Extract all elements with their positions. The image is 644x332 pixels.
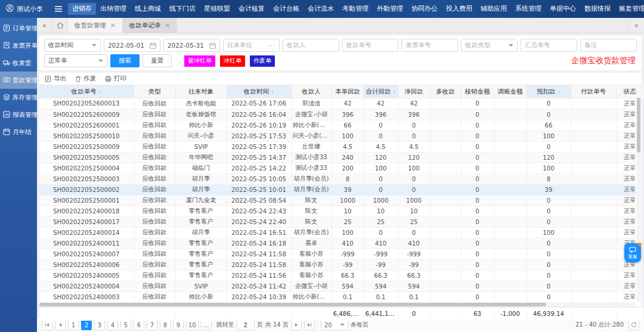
column-header-4[interactable]: 收款时间› (227, 85, 291, 98)
sidebar-item-6[interactable]: 报表管理 (0, 106, 37, 123)
page-button-6[interactable]: 6 (134, 319, 144, 330)
user-menu[interactable]: 测试小李 (6, 4, 49, 14)
column-header-5[interactable]: 收款人 (291, 85, 332, 98)
export-button[interactable]: 导出 (45, 75, 66, 83)
ellipsis-icon[interactable]: ··· (268, 42, 275, 49)
filter-field-10[interactable]: 备注 (580, 39, 637, 52)
horizontal-scrollbar[interactable] (39, 302, 636, 307)
sidebar-item-7[interactable]: 月年结 (0, 123, 37, 141)
table-row-13[interactable]: SH002022052400014应收回款胡月季2022-05-24 16:51… (39, 227, 636, 238)
page-button-10[interactable]: 10 (186, 319, 199, 330)
table-row-10[interactable]: SH002022052500001应收回款厦门九金龙2022-05-25 08:… (39, 195, 636, 206)
close-icon[interactable]: × (165, 21, 170, 29)
page-button-3[interactable]: 3 (94, 319, 105, 330)
table-row-17[interactable]: SH002022052400005应收回款零售客户2022-05-24 11:5… (39, 270, 636, 281)
column-header-11[interactable]: 调账金额 (494, 85, 527, 98)
jump-page-input[interactable] (237, 319, 255, 330)
table-row-12[interactable]: SH002022052400017应收回款零售客户2022-05-24 22:4… (39, 216, 636, 227)
reset-button[interactable]: 重置 (143, 54, 172, 67)
menu-item-12[interactable]: 投入费用 (442, 3, 476, 15)
menu-item-2[interactable]: 出纳管理 (96, 3, 131, 15)
sidebar-item-5[interactable]: 库存管理 (0, 89, 37, 106)
page-button-1[interactable]: 1 (68, 319, 79, 330)
filter-field-4[interactable]: 往来单位··· (223, 39, 280, 52)
filter-field-5[interactable]: 收款人 (283, 39, 339, 52)
menu-item-11[interactable]: 协同办公 (407, 3, 442, 15)
vertical-scrollbar[interactable] (636, 98, 641, 302)
vscroll-thumb[interactable] (637, 98, 640, 153)
menu-item-1[interactable]: 进销存 (68, 3, 96, 15)
table-row-11[interactable]: SH002022052400018应收回款零售客户2022-05-24 22:4… (39, 206, 636, 216)
sidebar-item-3[interactable]: 收发货 (0, 54, 37, 72)
column-header-8[interactable]: 净回款 (398, 85, 430, 98)
column-header-14[interactable]: 状态 (616, 85, 643, 98)
page-button-2[interactable]: 2 (81, 319, 92, 330)
column-header-6[interactable]: 本单回款 (332, 85, 364, 98)
menu-item-15[interactable]: 单据中心 (546, 3, 580, 15)
column-header-13[interactable]: 付款单号 (571, 85, 616, 98)
filter-field-3[interactable]: 2022-05-31 (163, 39, 220, 52)
filter-field-7[interactable]: 发票单号 (401, 39, 458, 52)
menu-item-17[interactable]: 账套管理 (615, 3, 644, 15)
column-header-2[interactable]: 类型 (134, 85, 175, 98)
menu-item-10[interactable]: 外勤管理 (373, 3, 407, 15)
column-header-10[interactable]: 核销金额 (461, 85, 494, 98)
last-page-button[interactable] (304, 319, 315, 330)
menu-item-5[interactable]: 星链联盟 (200, 3, 234, 15)
menu-item-9[interactable]: 考勤管理 (338, 3, 373, 15)
column-header-9[interactable]: 多收款 (430, 85, 461, 98)
filter-field-6[interactable]: 收款单号 (342, 39, 399, 52)
table-row-14[interactable]: SH002022052400011应收回款零售客户2022-05-24 16:1… (39, 238, 636, 249)
tab-2[interactable]: 收款单记录× (123, 18, 178, 33)
table-row-3[interactable]: SH002022052600001应收回款帅比小新2022-05-26 10:1… (39, 120, 636, 131)
table-row-18[interactable]: SH002022052400004应收回款SVIP2022-05-24 11:4… (39, 281, 636, 291)
menu-item-16[interactable]: 数据情报 (580, 3, 615, 15)
table-row-15[interactable]: SH002022052400007应收回款零售客户2022-05-24 11:5… (39, 249, 636, 259)
page-size-select[interactable]: 20 (321, 319, 348, 330)
hamburger-menu-icon[interactable] (50, 6, 67, 12)
tab-1[interactable]: 收货款管理× (68, 18, 123, 33)
menu-item-13[interactable]: 辅助应用 (476, 3, 511, 15)
sidebar-item-2[interactable]: 发票开单 (0, 37, 37, 54)
table-row-7[interactable]: SH002022052500004应收回款福临门2022-05-25 14:22… (39, 163, 636, 173)
void-button[interactable]: 作废 (75, 75, 96, 83)
table-row-9[interactable]: SH002022052500002应收回款胡月季2022-05-25 10:01… (39, 184, 636, 195)
table-row-4[interactable]: SH002022052500010应收回款问天-小彦2022-05-25 17:… (39, 131, 636, 141)
page-button-4[interactable]: 4 (107, 319, 118, 330)
home-icon[interactable] (52, 18, 68, 33)
refresh-button[interactable] (628, 319, 639, 330)
close-icon[interactable]: × (110, 21, 116, 29)
table-row-19[interactable]: SH002022052400003应收回款帅比小新2022-05-24 10:3… (39, 291, 636, 302)
prev-page-button[interactable] (55, 319, 66, 330)
table-row-5[interactable]: SH002022052500009应收回款SVIP2022-05-25 17:3… (39, 141, 636, 152)
status-filter-select[interactable]: 正常单 (44, 54, 107, 67)
customer-service-fab[interactable]: 客服 (624, 243, 641, 262)
sidebar-item-4[interactable]: 货款管理 (0, 72, 37, 89)
sidebar-item-1[interactable]: 订单管理 (0, 20, 37, 37)
page-button-8[interactable]: 8 (160, 319, 171, 330)
expand-tabs-icon[interactable]: » (628, 18, 644, 33)
table-row-1[interactable]: SH002022052600013应收回款杰卡斯电能2022-05-26 17:… (39, 98, 636, 109)
filter-field-2[interactable]: 2022-05-01 (104, 39, 160, 52)
menu-item-6[interactable]: 会计核算 (234, 3, 269, 15)
page-button-9[interactable]: 9 (173, 319, 184, 330)
column-header-3[interactable]: 往来对象 (175, 85, 227, 98)
menu-item-8[interactable]: 会计流水 (304, 3, 338, 15)
first-page-button[interactable] (42, 319, 52, 330)
table-row-2[interactable]: SH002022052600009应收回款老板娘饭馆2022-05-26 16:… (39, 109, 636, 120)
menu-item-14[interactable]: 系统管理 (511, 3, 546, 15)
column-header-7[interactable]: 合计回款› (364, 85, 398, 98)
column-header-1[interactable]: 收款单号› (39, 85, 134, 98)
collapse-tabs-icon[interactable]: « (37, 18, 52, 33)
filter-field-8[interactable]: 收款类型 (461, 39, 518, 52)
menu-item-3[interactable]: 线上商城 (131, 3, 165, 15)
menu-item-4[interactable]: 线下门店 (165, 3, 200, 15)
ellipsis-pages[interactable]: ... (201, 319, 212, 330)
next-page-button[interactable] (291, 319, 302, 330)
menu-item-7[interactable]: 会计台账 (269, 3, 304, 15)
table-row-6[interactable]: SH002022052500005应收回款年华网吧2022-05-25 14:3… (39, 152, 636, 163)
page-button-5[interactable]: 5 (120, 319, 131, 330)
table-row-16[interactable]: SH002022052400006应收回款零售客户2022-05-24 11:5… (39, 259, 636, 270)
filter-field-9[interactable]: 汇总单号 (521, 39, 577, 52)
filter-field-1[interactable]: 收款时间 (44, 39, 101, 52)
